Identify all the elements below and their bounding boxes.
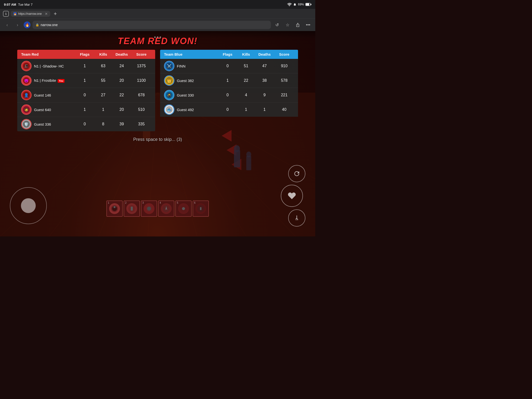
team-blue-table: Team Blue Flags Kills Deaths Score ⚔️ FI… — [160, 50, 298, 131]
player-flags: 0 — [75, 122, 95, 126]
skip-message: Press space to skip... (3) — [133, 137, 182, 142]
svg-rect-66 — [200, 207, 201, 210]
team-red-header: Team Red Flags Kills Deaths Score — [17, 50, 155, 59]
player-avatar: 🐟 — [164, 104, 174, 115]
player-score: 1100 — [132, 78, 151, 83]
player-info: ⚔️ FINN — [164, 61, 218, 71]
new-tab-button[interactable]: + — [54, 11, 57, 17]
player-deaths: 9 — [255, 93, 274, 97]
back-button[interactable]: ‹ — [3, 21, 11, 29]
teams-container: Team Red Flags Kills Deaths Score 🎩 N1 |… — [17, 50, 298, 131]
red-player-row: 🧔 Guest 640 1 1 20 510 — [17, 102, 155, 117]
nav-bar: ‹ › 🔥 🔒 narrow.one ↺ ☆ ••• — [0, 19, 315, 31]
player-score: 40 — [274, 107, 294, 112]
joystick-knob — [21, 198, 36, 213]
svg-text:🧔: 🧔 — [24, 107, 29, 112]
team-red-score-header: Score — [132, 52, 151, 56]
weapon-slot-2[interactable]: 2 — [124, 200, 140, 217]
wifi-icon — [287, 3, 292, 6]
share-button[interactable] — [294, 21, 302, 29]
player-avatar: 😈 — [21, 75, 32, 86]
svg-text:⚔️: ⚔️ — [167, 64, 172, 68]
player-name: Guest 382 — [177, 79, 194, 83]
svg-point-64 — [182, 207, 185, 210]
player-kills: 1 — [237, 107, 255, 112]
player-kills: 55 — [95, 78, 112, 83]
player-kills: 4 — [237, 93, 255, 97]
tab-favicon: 🔥 — [13, 12, 17, 16]
svg-point-60 — [147, 207, 151, 211]
weapon-slot-6[interactable]: 6 — [193, 200, 209, 217]
team-red-kills-header: Kills — [95, 52, 112, 56]
weapon-slot-1[interactable]: 1 — [106, 200, 123, 217]
player-name: Guest 330 — [177, 93, 194, 97]
player-name: N1 | -Shadow- HC — [34, 64, 64, 68]
player-score: 221 — [274, 93, 294, 97]
weapon-slot-5[interactable]: 5 — [175, 200, 192, 217]
svg-text:👤: 👤 — [24, 93, 29, 98]
url-text: narrow.one — [41, 23, 58, 27]
player-avatar: 🥷 — [164, 90, 174, 100]
player-score: 578 — [274, 78, 294, 83]
player-info: 👑 Guest 382 — [164, 75, 218, 86]
svg-text:🐟: 🐟 — [167, 107, 172, 112]
team-blue-flags-header: Flags — [218, 52, 237, 56]
site-favicon: 🔥 — [24, 21, 31, 28]
url-bar[interactable]: 🔒 narrow.one — [33, 21, 271, 29]
blue-player-row: 🐟 Guest 492 0 1 1 40 — [160, 102, 298, 117]
svg-rect-1 — [306, 3, 309, 6]
svg-point-26 — [246, 152, 251, 157]
player-kills: 22 — [237, 78, 255, 83]
bell-icon — [293, 3, 297, 6]
player-name: Guest 146 — [34, 93, 51, 97]
more-button[interactable]: ••• — [304, 21, 312, 29]
svg-point-24 — [234, 145, 240, 152]
player-name: N1 | FrostbiteYou — [34, 78, 65, 83]
weapon-slot-3[interactable]: 3 — [141, 200, 157, 217]
weapon-slot-4[interactable]: 4 — [158, 200, 174, 217]
joystick[interactable] — [10, 187, 47, 224]
tab-item[interactable]: 🔥 https://narrow.one ✕ — [11, 11, 50, 17]
player-flags: 1 — [218, 78, 237, 83]
tab-close-button[interactable]: ✕ — [45, 12, 48, 16]
player-deaths: 47 — [255, 64, 274, 68]
player-info: 🧔 Guest 640 — [21, 104, 75, 115]
crouch-action-button[interactable] — [288, 209, 305, 227]
player-deaths: 22 — [112, 93, 132, 97]
player-flags: 1 — [75, 64, 95, 68]
player-avatar: 👑 — [164, 75, 174, 86]
player-score: 335 — [132, 122, 151, 126]
player-flags: 1 — [75, 78, 95, 83]
team-blue-header: Team Blue Flags Kills Deaths Score — [160, 50, 298, 59]
team-blue-name: Team Blue — [164, 52, 218, 56]
player-kills: 8 — [95, 122, 112, 126]
player-score: 910 — [274, 64, 294, 68]
reload-button[interactable]: ↺ — [273, 21, 281, 29]
player-info: 👤 Guest 146 — [21, 90, 75, 100]
player-deaths: 20 — [112, 107, 132, 112]
status-right: 69% — [287, 3, 311, 6]
red-player-row: 👤 Guest 146 0 27 22 678 — [17, 88, 155, 102]
player-deaths: 20 — [112, 78, 132, 83]
player-avatar: 🧔 — [21, 104, 32, 115]
reload-action-button[interactable] — [288, 165, 305, 182]
tab-counter[interactable]: 1 — [3, 11, 9, 17]
you-badge: You — [58, 79, 65, 83]
svg-rect-2 — [311, 4, 311, 5]
status-bar: 9:07 AM Tue Mar 7 69% — [0, 0, 315, 9]
blue-players-list: ⚔️ FINN 0 51 47 910 👑 Guest 382 1 22 38 … — [160, 59, 298, 117]
svg-rect-25 — [246, 156, 251, 170]
player-deaths: 1 — [255, 107, 274, 112]
svg-text:👑: 👑 — [167, 78, 172, 83]
player-info: 😈 N1 | FrostbiteYou — [21, 75, 75, 86]
player-info: 🎩 N1 | -Shadow- HC — [21, 61, 75, 71]
attack-action-button[interactable] — [281, 185, 303, 207]
player-name: Guest 336 — [34, 122, 51, 126]
player-deaths: 38 — [255, 78, 274, 83]
bookmark-button[interactable]: ☆ — [283, 21, 292, 29]
team-blue-kills-header: Kills — [237, 52, 255, 56]
player-flags: 0 — [218, 93, 237, 97]
player-kills: 51 — [237, 64, 255, 68]
player-name: Guest 640 — [34, 108, 51, 112]
forward-button[interactable]: › — [13, 21, 22, 29]
